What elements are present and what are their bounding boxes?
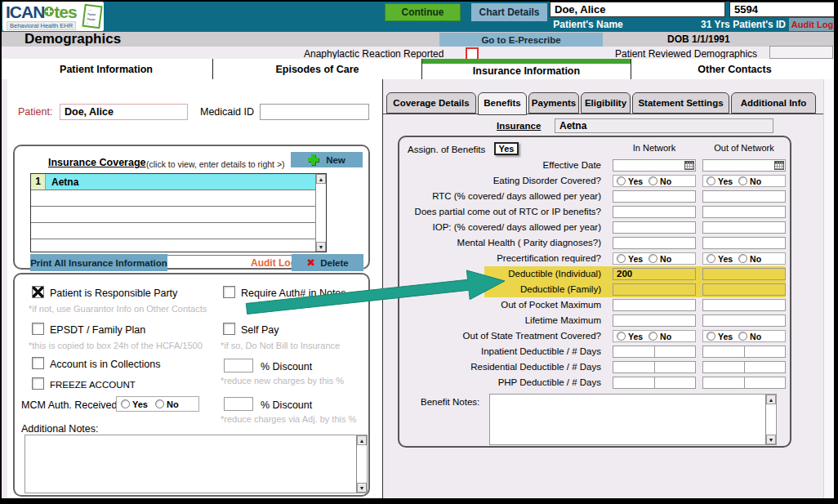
subtab-payments[interactable]: Payments — [528, 92, 579, 114]
benefit-radio-group: YesNo — [702, 330, 786, 342]
benefit-input[interactable] — [702, 221, 786, 234]
responsible-party-checkbox[interactable] — [32, 286, 44, 298]
no-radio[interactable] — [649, 332, 657, 341]
calendar-icon[interactable] — [684, 161, 694, 170]
benefit-input[interactable] — [702, 190, 786, 203]
additional-notes-textarea[interactable] — [25, 435, 368, 493]
benefit-input[interactable] — [702, 268, 786, 280]
subtab-benefits[interactable]: Benefits — [478, 92, 527, 115]
scroll-up-icon[interactable] — [316, 174, 326, 184]
insurance-list-row[interactable] — [31, 190, 315, 207]
yes-radio[interactable] — [617, 254, 626, 263]
epsdt-checkbox[interactable] — [32, 323, 44, 335]
self-pay-checkbox[interactable] — [223, 323, 235, 335]
discount-new-charges-input[interactable] — [224, 359, 253, 372]
continue-button[interactable]: Continue — [385, 3, 461, 21]
no-radio[interactable] — [649, 176, 657, 185]
benefit-input[interactable] — [702, 237, 786, 249]
benefit-input[interactable] — [613, 159, 696, 172]
subtab-statement-settings[interactable]: Statement Settings — [632, 92, 729, 114]
assign-benefits-yes-button[interactable]: Yes — [494, 142, 519, 155]
require-auth-checkbox[interactable] — [223, 286, 235, 298]
benefit-input[interactable]: 200 — [613, 268, 696, 280]
scroll-down-icon[interactable] — [316, 242, 326, 252]
no-radio[interactable] — [738, 254, 747, 263]
benefit-input[interactable] — [655, 377, 696, 388]
benefit-input[interactable] — [702, 283, 786, 296]
benefit-radio-group: YesNo — [613, 330, 696, 342]
medicaid-id-input[interactable] — [260, 104, 369, 120]
benefit-input[interactable] — [613, 283, 696, 296]
scroll-up-icon[interactable] — [357, 435, 367, 445]
benefit-input[interactable] — [613, 346, 655, 357]
benefit-input[interactable] — [613, 206, 696, 218]
benefit-input[interactable] — [702, 159, 786, 172]
insurance-list-row[interactable] — [31, 223, 315, 239]
benefit-input[interactable] — [702, 206, 786, 218]
insurance-list-row[interactable] — [31, 239, 315, 256]
subtab-additional-info[interactable]: Additional Info — [731, 92, 816, 114]
benefit-input[interactable] — [703, 377, 745, 388]
yes-radio[interactable] — [617, 332, 626, 341]
scroll-up-icon[interactable] — [766, 395, 776, 404]
benefit-input[interactable] — [613, 190, 696, 203]
yes-radio[interactable] — [707, 176, 715, 185]
benefit-notes-textarea[interactable] — [489, 394, 777, 445]
new-insurance-button[interactable]: New — [291, 152, 363, 167]
patient-name-input[interactable]: Doe, Alice — [60, 104, 188, 120]
scroll-down-icon[interactable] — [357, 483, 367, 493]
patient-name-field[interactable]: Doe, Alice — [550, 2, 725, 17]
reviewed-demographics-field[interactable] — [769, 46, 833, 59]
print-all-insurance-button[interactable]: Print All Insurance Information — [30, 254, 167, 271]
tab-patient-information[interactable]: Patient Information — [0, 59, 212, 79]
mcm-no-radio[interactable] — [155, 399, 164, 408]
tab-episodes-of-care[interactable]: Episodes of Care — [213, 59, 421, 79]
benefit-input[interactable] — [703, 362, 745, 372]
delete-insurance-button[interactable]: Delete — [292, 254, 363, 271]
insurance-name-field[interactable]: Aetna — [555, 118, 773, 133]
responsible-party-label: Patient is Responsible Party — [50, 288, 177, 299]
benefit-input[interactable] — [655, 346, 696, 357]
scroll-down-icon[interactable] — [766, 435, 776, 444]
benefit-input[interactable] — [613, 362, 655, 372]
benefit-input[interactable] — [702, 299, 786, 311]
subtab-eligibility[interactable]: Eligibility — [581, 92, 631, 114]
benefit-input[interactable] — [613, 221, 696, 234]
benefit-input[interactable] — [745, 346, 786, 357]
freeze-account-checkbox[interactable] — [32, 377, 44, 390]
benefit-notes-scrollbar[interactable] — [765, 395, 776, 444]
yes-radio[interactable] — [617, 176, 626, 185]
mcm-yes-radio[interactable] — [121, 399, 130, 408]
benefit-input[interactable] — [703, 346, 745, 357]
eprescribe-button[interactable]: Go to E-Prescribe — [439, 33, 603, 47]
benefit-input[interactable] — [613, 377, 655, 388]
insurance-list-row[interactable] — [31, 207, 315, 223]
benefit-input[interactable] — [745, 377, 786, 388]
benefit-input[interactable] — [613, 237, 696, 249]
calendar-icon[interactable] — [774, 161, 784, 170]
audit-log-button[interactable]: Audit Log — [789, 18, 836, 31]
no-radio[interactable] — [649, 254, 657, 263]
no-radio[interactable] — [738, 332, 747, 341]
collections-checkbox[interactable] — [32, 357, 44, 369]
mcm-auth-label: MCM Auth. Received — [21, 399, 117, 411]
yes-radio[interactable] — [707, 254, 715, 263]
benefit-input[interactable] — [655, 362, 696, 372]
tab-other-contacts[interactable]: Other Contacts — [631, 59, 838, 79]
no-radio[interactable] — [738, 176, 747, 185]
insurance-audit-log-link[interactable]: Audit Log — [251, 257, 296, 269]
discount-adjustment-input[interactable] — [224, 397, 253, 411]
benefit-input[interactable] — [613, 299, 696, 311]
list-scrollbar[interactable] — [315, 174, 326, 252]
benefit-input[interactable] — [745, 362, 786, 372]
window-border — [0, 498, 838, 504]
benefit-input[interactable] — [702, 314, 786, 327]
subtab-coverage-details[interactable]: Coverage Details — [386, 92, 476, 114]
benefit-input[interactable] — [613, 314, 696, 327]
patient-id-field[interactable]: 5594 — [729, 2, 836, 17]
insurance-list-row-selected[interactable]: 1Aetna — [31, 174, 315, 190]
yes-radio[interactable] — [707, 332, 715, 341]
notes-scrollbar[interactable] — [356, 435, 367, 493]
tab-insurance-information[interactable]: Insurance Information — [422, 59, 631, 79]
yes-radio-label: Yes — [628, 176, 643, 186]
